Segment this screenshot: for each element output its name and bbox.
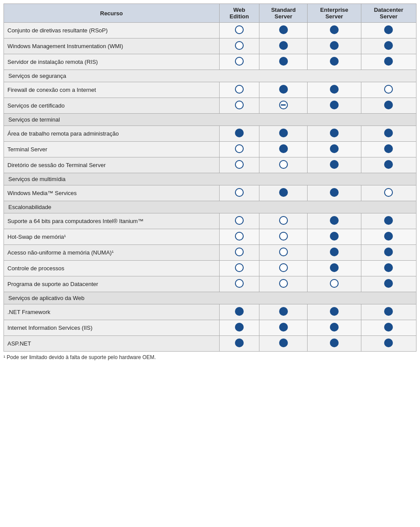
col-header-datacenter: DatacenterServer — [361, 4, 416, 23]
table-row: Hot-Swap de memória¹ — [4, 229, 416, 245]
cell-web — [219, 157, 259, 173]
cell-enterprise — [308, 320, 361, 336]
empty-circle-icon — [235, 57, 244, 66]
cell-datacenter — [361, 245, 416, 261]
cell-standard — [259, 213, 308, 229]
full-circle-icon — [330, 57, 339, 66]
full-circle-icon — [330, 307, 339, 316]
full-circle-icon — [279, 57, 288, 66]
resource-label: Serviços de certificado — [4, 98, 220, 114]
cell-standard — [259, 245, 308, 261]
cell-datacenter — [361, 54, 416, 70]
cell-enterprise — [308, 304, 361, 320]
full-circle-icon — [330, 248, 339, 256]
cell-standard — [259, 98, 308, 114]
resource-label: Hot-Swap de memória¹ — [4, 229, 220, 245]
empty-circle-icon — [235, 101, 244, 109]
full-circle-icon — [279, 307, 288, 316]
cell-web — [219, 142, 259, 157]
cell-standard — [259, 126, 308, 142]
table-row: ASP.NET — [4, 336, 416, 352]
full-circle-icon — [384, 41, 393, 50]
full-circle-icon — [235, 339, 244, 347]
resource-label: ASP.NET — [4, 336, 220, 352]
full-circle-icon — [330, 160, 339, 169]
cell-standard — [259, 54, 308, 70]
table-row: Área de trabalho remota para administraç… — [4, 126, 416, 142]
full-circle-icon — [330, 188, 339, 197]
col-header-web: WebEdition — [219, 4, 259, 23]
cell-web — [219, 229, 259, 245]
cell-web — [219, 261, 259, 276]
resource-label: Suporte a 64 bits para computadores Inte… — [4, 213, 220, 229]
empty-circle-icon — [235, 279, 244, 288]
table-wrap: Recurso WebEdition StandardServer Enterp… — [0, 0, 420, 364]
full-circle-icon — [384, 279, 393, 288]
cell-enterprise — [308, 336, 361, 352]
footnote: ¹ Pode ser limitado devido à falta de su… — [4, 354, 416, 360]
cell-datacenter — [361, 229, 416, 245]
resource-label: Servidor de instalação remota (RIS) — [4, 54, 220, 70]
full-circle-icon — [279, 144, 288, 153]
section-label: Escalonabilidade — [4, 201, 416, 213]
table-row: Serviços de multimídia — [4, 173, 416, 185]
cell-web — [219, 320, 259, 336]
section-label: Serviços de segurança — [4, 70, 416, 82]
full-circle-icon — [330, 85, 339, 94]
cell-datacenter — [361, 261, 416, 276]
full-circle-icon — [279, 85, 288, 94]
table-row: Serviços de segurança — [4, 70, 416, 82]
table-row: Serviços de certificado — [4, 98, 416, 114]
full-circle-icon — [330, 216, 339, 225]
empty-circle-icon — [330, 279, 339, 288]
resource-label: Conjunto de diretivas resultante (RSoP) — [4, 23, 220, 38]
table-row: Conjunto de diretivas resultante (RSoP) — [4, 23, 416, 38]
cell-web — [219, 336, 259, 352]
cell-datacenter — [361, 213, 416, 229]
table-row: Windows Management Instrumentation (WMI) — [4, 38, 416, 54]
cell-datacenter — [361, 276, 416, 292]
section-label: Serviços de multimídia — [4, 173, 416, 185]
col-header-standard: StandardServer — [259, 4, 308, 23]
cell-standard — [259, 23, 308, 38]
cell-datacenter — [361, 82, 416, 98]
table-row: Controle de processos — [4, 261, 416, 276]
empty-circle-icon — [279, 160, 288, 169]
full-circle-icon — [235, 323, 244, 332]
cell-standard — [259, 229, 308, 245]
cell-datacenter — [361, 142, 416, 157]
cell-standard — [259, 336, 308, 352]
empty-circle-icon — [279, 232, 288, 241]
cell-standard — [259, 276, 308, 292]
table-row: Servidor de instalação remota (RIS) — [4, 54, 416, 70]
full-circle-icon — [384, 101, 393, 109]
empty-circle-icon — [235, 144, 244, 153]
cell-web — [219, 98, 259, 114]
col-header-resource: Recurso — [4, 4, 220, 23]
full-circle-icon — [330, 144, 339, 153]
cell-enterprise — [308, 126, 361, 142]
table-row: Suporte a 64 bits para computadores Inte… — [4, 213, 416, 229]
cell-standard — [259, 142, 308, 157]
cell-standard — [259, 157, 308, 173]
full-circle-icon — [384, 248, 393, 256]
full-circle-icon — [384, 216, 393, 225]
cell-web — [219, 82, 259, 98]
table-row: Diretório de sessão do Terminal Server — [4, 157, 416, 173]
cell-web — [219, 213, 259, 229]
full-circle-icon — [384, 129, 393, 137]
resource-label: .NET Framework — [4, 304, 220, 320]
cell-datacenter — [361, 157, 416, 173]
cell-enterprise — [308, 276, 361, 292]
cell-enterprise — [308, 54, 361, 70]
full-circle-icon — [330, 25, 339, 34]
full-circle-icon — [279, 339, 288, 347]
full-circle-icon — [330, 263, 339, 272]
table-row: Firewall de conexão com a Internet — [4, 82, 416, 98]
cell-enterprise — [308, 142, 361, 157]
empty-circle-icon — [279, 263, 288, 272]
cell-enterprise — [308, 245, 361, 261]
empty-circle-icon — [384, 188, 393, 197]
full-circle-icon — [384, 160, 393, 169]
col-header-enterprise: EnterpriseServer — [308, 4, 361, 23]
